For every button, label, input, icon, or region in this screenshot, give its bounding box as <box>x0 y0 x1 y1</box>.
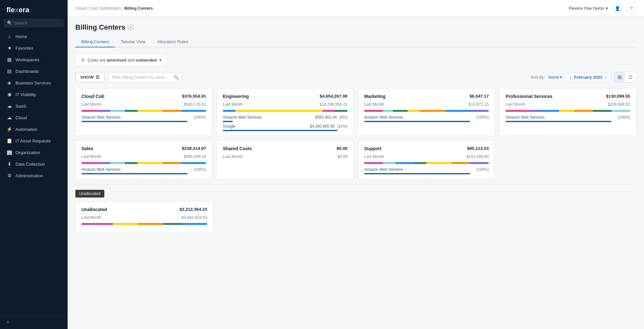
card-bar <box>364 162 489 164</box>
logo: flexera <box>0 0 68 19</box>
sidebar-item-favorites[interactable]: ★Favorites <box>0 42 68 54</box>
billing-card-5[interactable]: Shared Costs $0.00 Last Month $0.00 <box>217 140 354 179</box>
billing-card-6[interactable]: Support $95,112.03 Last Month $152,494.9… <box>358 140 495 179</box>
month-label: February 2023 <box>574 75 602 80</box>
search-container[interactable]: 🔍 <box>4 19 64 27</box>
card-amount: $0.00 <box>336 146 347 151</box>
card-last-month: Last Month $13,872.15 <box>364 102 489 107</box>
content-area: Billing Centers i Billing CentersTabular… <box>68 17 644 329</box>
billing-card-1[interactable]: Engineering $4,654,267.00 Last Month $16… <box>217 88 354 136</box>
tab-tabular-view[interactable]: Tabular View <box>115 37 151 47</box>
sidebar-item-saas[interactable]: ☁SaaS <box>0 100 68 112</box>
unallocated-card-bar <box>81 223 207 225</box>
tab-allocation-rules[interactable]: Allocation Rules <box>151 37 194 47</box>
service-row: Google $4,260,865.95 (92%) <box>223 124 347 129</box>
card-last-month: Last Month $500,176.51 <box>81 102 206 107</box>
service-progress-bar <box>81 173 187 174</box>
grid-view-button[interactable]: ⊞ <box>614 72 625 82</box>
sidebar-item-administration[interactable]: ⚙Administration <box>0 170 68 181</box>
page-info-icon[interactable]: i <box>128 24 134 30</box>
sort-value[interactable]: Name ▾ <box>548 75 562 80</box>
card-bar <box>223 110 347 112</box>
gear-icon: ⚙ <box>81 57 85 63</box>
sidebar-item-label: Business Services <box>15 81 51 85</box>
service-progress-bar <box>506 121 611 122</box>
favorites-icon: ★ <box>6 45 12 51</box>
tabs-container: Billing CentersTabular ViewAllocation Ru… <box>75 37 636 47</box>
sidebar: flexera 🔍 ⌂Home★Favorites▦Workspaces▤Das… <box>0 0 68 329</box>
sidebar-item-home[interactable]: ⌂Home <box>0 31 68 42</box>
service-row: Amazon Web Services (100%) <box>81 167 206 172</box>
sidebar-bottom: « <box>0 315 68 329</box>
billing-card-0[interactable]: Cloud CoE $376,554.91 Last Month $500,17… <box>75 88 212 136</box>
search-input[interactable] <box>14 21 61 25</box>
sidebar-item-automation[interactable]: ⚡Automation <box>0 123 68 135</box>
breadcrumb-current: Billing Centers <box>124 6 153 11</box>
month-prev-button[interactable]: ‹ <box>569 74 572 80</box>
card-amount: $95,112.03 <box>467 146 489 151</box>
card-amount: $130,099.55 <box>606 94 630 99</box>
sidebar-item-data-collection[interactable]: ⬇Data Collection <box>0 158 68 170</box>
card-name: Professional Services <box>506 94 553 99</box>
card-name: Engineering <box>223 94 249 99</box>
data-collection-icon: ⬇ <box>6 161 12 167</box>
list-view-button[interactable]: ☰ <box>625 72 636 82</box>
sidebar-item-label: Administration <box>15 173 43 178</box>
org-selector[interactable]: Flexera One Demo ▾ <box>569 6 608 11</box>
card-name: Support <box>364 146 382 151</box>
card-name: Sales <box>81 146 93 151</box>
sidebar-item-label: Automation <box>15 127 37 132</box>
filter-input-wrap: 🔍 <box>108 73 182 82</box>
unallocated-card-name: Unallocated <box>81 207 107 212</box>
toolbar: SHOW ☰ 🔍 Sort By: Name ▾ ‹ February 2023… <box>75 72 636 82</box>
cost-filter-chevron: ▾ <box>159 58 162 63</box>
administration-icon: ⚙ <box>6 173 12 179</box>
sidebar-item-it-visibility[interactable]: ◉IT Visibility <box>0 89 68 100</box>
filter-input[interactable] <box>108 73 182 82</box>
card-name: Marketing <box>364 94 385 99</box>
month-nav: ‹ February 2023 › <box>565 73 611 82</box>
card-amount: $376,554.91 <box>182 94 206 99</box>
it-asset-requests-icon: 📋 <box>6 138 12 144</box>
collapse-button[interactable]: « <box>6 319 61 324</box>
card-amount: $238,314.97 <box>182 146 206 151</box>
card-name: Cloud CoE <box>81 94 105 99</box>
sidebar-item-label: IT Visibility <box>15 92 36 97</box>
card-services: Amazon Web Services (100%) <box>364 115 489 122</box>
organization-icon: 🏢 <box>6 150 12 155</box>
unallocated-card-header: Unallocated $2,212,364.23 <box>81 207 207 212</box>
sidebar-item-workspaces[interactable]: ▦Workspaces <box>0 54 68 65</box>
home-icon: ⌂ <box>6 34 12 39</box>
sidebar-item-dashboards[interactable]: ▤Dashboards <box>0 65 68 77</box>
sidebar-item-organization[interactable]: 🏢Organization <box>0 147 68 158</box>
sidebar-item-cloud[interactable]: ☁Cloud <box>0 112 68 123</box>
help-icon[interactable]: ? <box>627 4 636 13</box>
sidebar-item-label: Cloud <box>15 115 27 120</box>
unallocated-section: Unallocated Unallocated $2,212,364.23 La… <box>75 190 636 233</box>
billing-card-4[interactable]: Sales $238,314.97 Last Month $395,008.19… <box>75 140 212 179</box>
show-button[interactable]: SHOW ☰ <box>75 72 105 82</box>
topbar-right: Flexera One Demo ▾ 👤 ? <box>569 4 636 13</box>
billing-card-2[interactable]: Marketing $6,047.17 Last Month $13,872.1… <box>358 88 495 136</box>
service-row: Amazon Web Services (100%) <box>81 115 206 120</box>
sidebar-item-it-asset-requests[interactable]: 📋IT Asset Requests <box>0 135 68 147</box>
account-icon[interactable]: 👤 <box>612 4 622 13</box>
breadcrumb-cost-optimization[interactable]: Cost Optimization <box>89 6 121 11</box>
card-services: Amazon Web Services (100%) <box>506 115 630 122</box>
unallocated-card-last-month: Last Month $3,442,816.43 <box>81 215 207 220</box>
sidebar-item-label: IT Asset Requests <box>15 139 51 143</box>
breadcrumb: Cloud / Cost Optimization / Billing Cent… <box>75 6 153 11</box>
tab-billing-centers[interactable]: Billing Centers <box>75 37 115 47</box>
business-services-icon: ◈ <box>6 80 12 86</box>
card-services: Amazon Web Services $393,401.04 (8%) Goo… <box>223 115 347 131</box>
month-next-button[interactable]: › <box>604 74 607 80</box>
billing-card-3[interactable]: Professional Services $130,099.55 Last M… <box>499 88 636 136</box>
cost-filter-bar[interactable]: ⚙ Costs are amortized and unblended ▾ <box>75 54 167 66</box>
sidebar-item-label: Organization <box>15 150 40 155</box>
breadcrumb-cloud[interactable]: Cloud <box>75 6 86 11</box>
service-progress-bar <box>223 121 233 122</box>
card-name: Shared Costs <box>223 146 252 151</box>
sidebar-item-label: Favorites <box>15 46 33 51</box>
sidebar-item-business-services[interactable]: ◈Business Services <box>0 77 68 89</box>
service-progress-bar <box>81 121 187 122</box>
